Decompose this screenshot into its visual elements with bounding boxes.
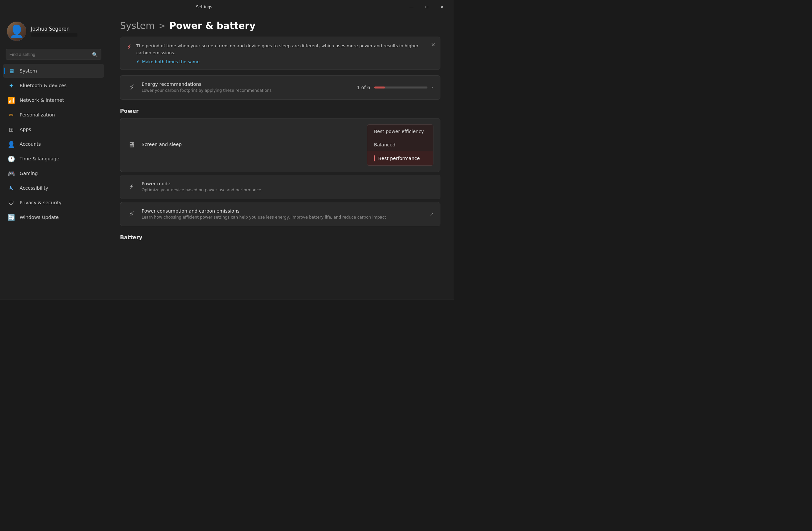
carbon-icon: ⚡: [127, 210, 136, 218]
sidebar-item-system-label: System: [19, 68, 37, 73]
sidebar-item-bluetooth-label: Bluetooth & devices: [19, 83, 67, 88]
sidebar-item-privacy[interactable]: 🛡 Privacy & security: [3, 196, 104, 210]
energy-icon: ⚡: [127, 83, 136, 92]
page-header: System > Power & battery: [107, 14, 454, 37]
screen-sleep-icon: 🖥: [127, 141, 136, 149]
close-button[interactable]: ✕: [434, 2, 450, 12]
power-mode-title: Power mode: [142, 181, 433, 186]
battery-section-header: Battery: [120, 234, 440, 240]
screen-sleep-card: 🖥 Screen and sleep Best power efficiency: [120, 118, 440, 172]
avatar-image: [7, 22, 26, 41]
dropdown-option-balanced[interactable]: Balanced: [367, 138, 433, 151]
power-mode-content: Power mode Optimize your device based on…: [142, 181, 433, 193]
sidebar-item-personalization[interactable]: ✏ Personalization: [3, 108, 104, 122]
titlebar-title: Settings: [4, 5, 404, 9]
sidebar-item-personalization-label: Personalization: [19, 112, 55, 117]
warning-icon: ⚡: [127, 43, 132, 51]
carbon-card: ⚡ Power consumption and carbon emissions…: [120, 202, 440, 227]
nav-menu: 🖥 System ✦ Bluetooth & devices 📶 Network…: [0, 64, 107, 224]
titlebar-controls: — □ ✕: [404, 2, 450, 12]
search-input[interactable]: [9, 49, 89, 59]
power-mode-subtitle: Optimize your device based on power use …: [142, 187, 433, 193]
dropdown-option-performance[interactable]: Best performance: [367, 151, 433, 165]
content-area: System > Power & battery ⚡ The period of…: [107, 14, 454, 299]
option-efficiency-label: Best power efficiency: [374, 129, 424, 134]
external-link-icon: ↗: [430, 211, 433, 216]
user-profile[interactable]: Joshua Segeren: [0, 18, 107, 47]
settings-window: Settings — □ ✕ Joshua Segeren 🔍: [0, 0, 454, 299]
power-mode-card: ⚡ Power mode Optimize your device based …: [120, 175, 440, 199]
power-mode-dropdown[interactable]: Best power efficiency Balanced Best perf…: [367, 124, 433, 166]
carbon-right: ↗: [430, 211, 433, 216]
energy-recommendations-row[interactable]: ⚡ Energy recommendations Lower your carb…: [120, 75, 440, 99]
carbon-subtitle: Learn how choosing efficient power setti…: [142, 214, 424, 220]
option-performance-label: Best performance: [378, 156, 420, 161]
sidebar-item-accounts-label: Accounts: [19, 141, 41, 147]
option-balanced-label: Balanced: [374, 142, 395, 148]
chevron-right-icon: ›: [432, 84, 433, 90]
sidebar-item-privacy-label: Privacy & security: [19, 200, 61, 205]
notification-banner: ⚡ The period of time when your screen tu…: [120, 37, 440, 70]
sidebar-item-update[interactable]: 🔄 Windows Update: [3, 210, 104, 224]
system-icon: 🖥: [8, 67, 15, 74]
sidebar-item-network[interactable]: 📶 Network & internet: [3, 93, 104, 107]
search-icon: 🔍: [92, 52, 98, 57]
power-mode-icon: ⚡: [127, 183, 136, 191]
energy-counter: 1 of 6: [357, 85, 370, 90]
carbon-row[interactable]: ⚡ Power consumption and carbon emissions…: [120, 202, 440, 226]
gaming-icon: 🎮: [8, 170, 15, 177]
maximize-button[interactable]: □: [419, 2, 434, 12]
notification-action[interactable]: ⚡ Make both times the same: [136, 59, 433, 64]
sidebar-item-time-label: Time & language: [19, 156, 59, 162]
sidebar-item-gaming[interactable]: 🎮 Gaming: [3, 166, 104, 180]
bluetooth-icon: ✦: [8, 82, 15, 89]
content-body: ⚡ The period of time when your screen tu…: [107, 37, 454, 240]
carbon-content: Power consumption and carbon emissions L…: [142, 208, 424, 220]
sidebar-item-update-label: Windows Update: [19, 214, 59, 220]
search-box[interactable]: 🔍: [6, 49, 101, 60]
personalization-icon: ✏: [8, 111, 15, 118]
screen-sleep-content: Screen and sleep: [142, 142, 362, 148]
sidebar-item-accessibility[interactable]: ♿ Accessibility: [3, 181, 104, 195]
sidebar-item-time[interactable]: 🕐 Time & language: [3, 152, 104, 166]
screen-sleep-row[interactable]: 🖥 Screen and sleep Best power efficiency: [120, 118, 440, 172]
user-info: Joshua Segeren: [31, 26, 77, 37]
breadcrumb-separator: >: [159, 21, 165, 31]
sidebar: Joshua Segeren 🔍 🖥 System ✦ Bluetooth & …: [0, 14, 107, 299]
power-mode-row[interactable]: ⚡ Power mode Optimize your device based …: [120, 175, 440, 199]
energy-title: Energy recommendations: [142, 82, 351, 87]
apps-icon: ⊞: [8, 126, 15, 133]
dropdown-option-efficiency[interactable]: Best power efficiency: [367, 125, 433, 138]
carbon-title: Power consumption and carbon emissions: [142, 208, 424, 214]
sidebar-item-accounts[interactable]: 👤 Accounts: [3, 137, 104, 151]
breadcrumb-parent: System: [120, 20, 155, 31]
sidebar-item-accessibility-label: Accessibility: [19, 185, 48, 191]
minimize-button[interactable]: —: [404, 2, 419, 12]
energy-progress-bar: [374, 86, 427, 88]
notification-content: The period of time when your screen turn…: [136, 42, 433, 64]
energy-subtitle: Lower your carbon footprint by applying …: [142, 88, 351, 94]
sidebar-item-apps-label: Apps: [19, 127, 31, 132]
energy-right: 1 of 6 ›: [357, 84, 433, 90]
user-email-bar: [31, 33, 77, 37]
sidebar-item-bluetooth[interactable]: ✦ Bluetooth & devices: [3, 79, 104, 93]
accessibility-icon: ♿: [8, 184, 15, 192]
sidebar-item-system[interactable]: 🖥 System: [3, 64, 104, 78]
notification-close-button[interactable]: ✕: [431, 42, 435, 48]
time-icon: 🕐: [8, 155, 15, 162]
sidebar-item-network-label: Network & internet: [19, 97, 64, 103]
energy-bar-fill: [374, 86, 385, 88]
user-name: Joshua Segeren: [31, 26, 77, 32]
action-icon: ⚡: [136, 59, 139, 64]
accounts-icon: 👤: [8, 140, 15, 148]
network-icon: 📶: [8, 97, 15, 104]
avatar: [7, 22, 26, 41]
sidebar-item-gaming-label: Gaming: [19, 171, 38, 176]
titlebar: Settings — □ ✕: [0, 0, 454, 14]
notification-action-label: Make both times the same: [142, 59, 200, 64]
energy-content: Energy recommendations Lower your carbon…: [142, 82, 351, 94]
main-content: Joshua Segeren 🔍 🖥 System ✦ Bluetooth & …: [0, 14, 454, 299]
screen-sleep-title: Screen and sleep: [142, 142, 362, 147]
sidebar-item-apps[interactable]: ⊞ Apps: [3, 123, 104, 136]
privacy-icon: 🛡: [8, 199, 15, 206]
